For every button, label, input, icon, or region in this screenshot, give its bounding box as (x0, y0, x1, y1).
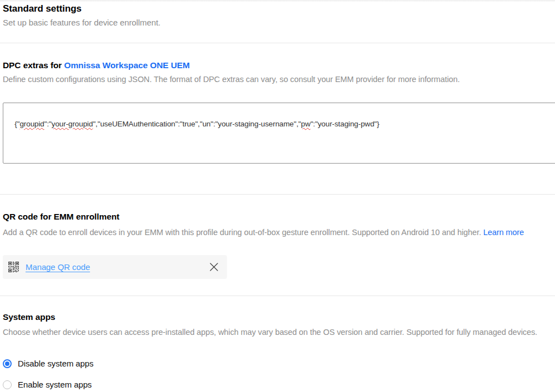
manage-qr-code-link[interactable]: Manage QR code (26, 262, 90, 272)
radio-label: Enable system apps (18, 380, 92, 389)
qr-code-heading: QR code for EMM enrollment (3, 211, 119, 222)
remove-qr-code-button[interactable] (209, 262, 219, 272)
divider (0, 296, 555, 296)
dpc-extras-description: Define custom configurations using JSON.… (3, 74, 460, 85)
dpc-extras-heading-prefix: DPC extras for (3, 60, 64, 70)
system-apps-description: Choose whether device users can access p… (3, 327, 537, 338)
radio-label: Disable system apps (18, 359, 94, 368)
top-edge-shadow (0, 0, 555, 2)
dpc-extras-input[interactable]: {"groupid":"your-groupid","useUEMAuthent… (3, 103, 555, 164)
radio-unselected-icon[interactable] (3, 380, 12, 389)
dpc-extras-heading: DPC extras for Omnissa Workspace ONE UEM (3, 60, 190, 70)
qr-code-description-text: Add a QR code to enroll devices in your … (3, 228, 483, 237)
radio-selected-icon[interactable] (3, 359, 12, 368)
learn-more-link[interactable]: Learn more (483, 228, 524, 237)
qr-code-description: Add a QR code to enroll devices in your … (3, 227, 524, 238)
qr-code-card: Manage QR code (3, 255, 227, 279)
dpc-extras-json-text: {"groupid":"your-groupid","useUEMAuthent… (14, 120, 379, 128)
radio-disable-system-apps[interactable]: Disable system apps (3, 359, 94, 368)
page-title: Standard settings (3, 3, 82, 14)
divider (0, 43, 555, 43)
emm-provider-link[interactable]: Omnissa Workspace ONE UEM (64, 60, 189, 70)
close-icon (210, 263, 218, 271)
system-apps-heading: System apps (3, 312, 56, 322)
divider (0, 194, 555, 195)
qr-code-icon (8, 262, 19, 272)
radio-enable-system-apps[interactable]: Enable system apps (3, 380, 92, 389)
page-subtitle: Set up basic features for device enrollm… (3, 17, 160, 28)
